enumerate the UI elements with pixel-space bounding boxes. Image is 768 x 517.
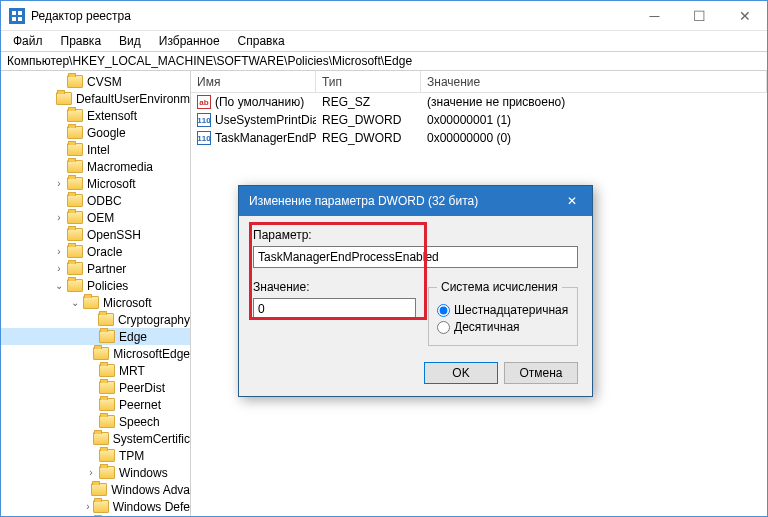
list-row[interactable]: 110UseSystemPrintDialogREG_DWORD0x000000… <box>191 111 767 129</box>
radix-dec-radio[interactable] <box>437 321 450 334</box>
dialog-close-button[interactable]: ✕ <box>552 186 592 216</box>
expand-icon[interactable] <box>53 161 65 173</box>
tree-item[interactable]: Cryptography <box>1 311 190 328</box>
tree-item[interactable]: MicrosoftEdge <box>1 345 190 362</box>
close-button[interactable]: ✕ <box>722 1 767 30</box>
tree-item[interactable]: ODBC <box>1 192 190 209</box>
cancel-button[interactable]: Отмена <box>504 362 578 384</box>
tree-item[interactable]: Windows Defe <box>1 515 190 516</box>
tree-item[interactable]: Speech <box>1 413 190 430</box>
radix-legend: Система исчисления <box>437 280 562 294</box>
value-data: (значение не присвоено) <box>421 95 767 109</box>
folder-icon <box>99 364 115 377</box>
tree-label: ODBC <box>87 194 122 208</box>
tree-item[interactable]: CVSM <box>1 73 190 90</box>
folder-icon <box>93 500 109 513</box>
tree-item[interactable]: Edge <box>1 328 190 345</box>
expand-icon[interactable] <box>53 110 65 122</box>
expand-icon[interactable] <box>53 229 65 241</box>
tree-label: OpenSSH <box>87 228 141 242</box>
tree-label: CVSM <box>87 75 122 89</box>
list-row[interactable]: ab(По умолчанию)REG_SZ(значение не присв… <box>191 93 767 111</box>
address-input[interactable] <box>7 54 761 68</box>
tree-item[interactable]: ›Windows Defe <box>1 498 190 515</box>
minimize-button[interactable]: ─ <box>632 1 677 30</box>
menu-help[interactable]: Справка <box>230 32 293 50</box>
list-row[interactable]: 110TaskManagerEndProc...REG_DWORD0x00000… <box>191 129 767 147</box>
expand-icon[interactable]: › <box>53 212 65 224</box>
tree-item[interactable]: Windows Adva <box>1 481 190 498</box>
tree-item[interactable]: Peernet <box>1 396 190 413</box>
tree-item[interactable]: ›Oracle <box>1 243 190 260</box>
svg-rect-2 <box>12 17 16 21</box>
expand-icon[interactable] <box>85 416 97 428</box>
tree-item[interactable]: DefaultUserEnvironm <box>1 90 190 107</box>
tree-label: Partner <box>87 262 126 276</box>
tree-item[interactable]: ›Partner <box>1 260 190 277</box>
expand-icon[interactable] <box>85 365 97 377</box>
expand-icon[interactable]: › <box>53 263 65 275</box>
folder-icon <box>67 228 83 241</box>
col-name[interactable]: Имя <box>191 71 316 92</box>
radix-dec-row[interactable]: Десятичная <box>437 320 569 334</box>
menu-view[interactable]: Вид <box>111 32 149 50</box>
address-bar[interactable] <box>1 51 767 71</box>
folder-icon <box>67 245 83 258</box>
expand-icon[interactable] <box>85 399 97 411</box>
tree-item[interactable]: Macromedia <box>1 158 190 175</box>
tree-item[interactable]: OpenSSH <box>1 226 190 243</box>
value-name: (По умолчанию) <box>215 95 304 109</box>
expand-icon[interactable] <box>53 93 54 105</box>
folder-icon <box>99 381 115 394</box>
col-type[interactable]: Тип <box>316 71 421 92</box>
tree-label: OEM <box>87 211 114 225</box>
tree-item[interactable]: ›OEM <box>1 209 190 226</box>
expand-icon[interactable] <box>85 348 91 360</box>
expand-icon[interactable] <box>53 76 65 88</box>
menu-file[interactable]: Файл <box>5 32 51 50</box>
expand-icon[interactable] <box>85 484 89 496</box>
expand-icon[interactable] <box>85 433 91 445</box>
menu-edit[interactable]: Правка <box>53 32 110 50</box>
expand-icon[interactable]: › <box>53 178 65 190</box>
tree-item[interactable]: PeerDist <box>1 379 190 396</box>
expand-icon[interactable] <box>53 127 65 139</box>
tree-item[interactable]: ⌄Policies <box>1 277 190 294</box>
tree-item[interactable]: MRT <box>1 362 190 379</box>
expand-icon[interactable] <box>53 195 65 207</box>
expand-icon[interactable]: › <box>85 501 91 513</box>
maximize-button[interactable]: ☐ <box>677 1 722 30</box>
tree-item[interactable]: Intel <box>1 141 190 158</box>
expand-icon[interactable]: ⌄ <box>53 280 65 292</box>
param-name-input[interactable] <box>253 246 578 268</box>
tree-item[interactable]: ⌄Microsoft <box>1 294 190 311</box>
tree-label: Extensoft <box>87 109 137 123</box>
expand-icon[interactable] <box>85 331 97 343</box>
folder-icon <box>67 194 83 207</box>
ok-button[interactable]: OK <box>424 362 498 384</box>
menu-favorites[interactable]: Избранное <box>151 32 228 50</box>
expand-icon[interactable]: › <box>85 467 97 479</box>
tree-panel[interactable]: CVSMDefaultUserEnvironmExtensoftGoogleIn… <box>1 71 191 516</box>
tree-label: TPM <box>119 449 144 463</box>
value-input[interactable] <box>253 298 416 320</box>
tree-item[interactable]: ›Windows <box>1 464 190 481</box>
dialog-titlebar[interactable]: Изменение параметра DWORD (32 бита) ✕ <box>239 186 592 216</box>
expand-icon[interactable]: ⌄ <box>69 297 81 309</box>
radix-hex-label: Шестнадцатеричная <box>454 303 568 317</box>
expand-icon[interactable] <box>85 314 96 326</box>
col-value[interactable]: Значение <box>421 71 767 92</box>
tree-item[interactable]: Google <box>1 124 190 141</box>
expand-icon[interactable]: › <box>53 246 65 258</box>
value-type: REG_DWORD <box>316 131 421 145</box>
tree-item[interactable]: ›Microsoft <box>1 175 190 192</box>
expand-icon[interactable] <box>53 144 65 156</box>
folder-icon <box>56 92 72 105</box>
expand-icon[interactable] <box>85 450 97 462</box>
tree-item[interactable]: SystemCertific <box>1 430 190 447</box>
expand-icon[interactable] <box>85 382 97 394</box>
tree-item[interactable]: TPM <box>1 447 190 464</box>
tree-item[interactable]: Extensoft <box>1 107 190 124</box>
radix-hex-radio[interactable] <box>437 304 450 317</box>
radix-hex-row[interactable]: Шестнадцатеричная <box>437 303 569 317</box>
